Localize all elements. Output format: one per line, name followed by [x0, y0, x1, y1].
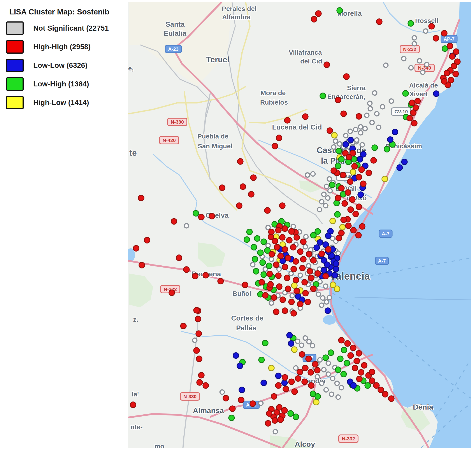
cluster-point-low-high[interactable]	[320, 93, 326, 99]
cluster-point-high-high[interactable]	[184, 267, 189, 273]
cluster-point-high-high[interactable]	[302, 379, 308, 385]
cluster-point-not-significant[interactable]	[328, 189, 332, 193]
cluster-point-not-significant[interactable]	[294, 366, 298, 370]
cluster-point-not-significant[interactable]	[336, 251, 340, 255]
cluster-point-high-high[interactable]	[302, 114, 308, 120]
cluster-point-high-high[interactable]	[301, 256, 306, 262]
cluster-point-high-high[interactable]	[273, 309, 279, 315]
cluster-point-high-high[interactable]	[197, 379, 202, 385]
cluster-point-not-significant[interactable]	[384, 63, 388, 67]
cluster-point-high-high[interactable]	[268, 229, 274, 235]
cluster-point-low-high[interactable]	[293, 414, 299, 420]
cluster-point-high-high[interactable]	[265, 420, 271, 426]
cluster-point-low-high[interactable]	[372, 145, 377, 151]
cluster-point-not-significant[interactable]	[320, 381, 324, 386]
cluster-point-high-high[interactable]	[271, 295, 277, 300]
cluster-point-high-high[interactable]	[339, 185, 344, 191]
cluster-point-not-significant[interactable]	[295, 339, 300, 344]
cluster-point-low-high[interactable]	[344, 360, 350, 366]
cluster-point-high-high[interactable]	[276, 405, 282, 410]
cluster-point-high-low[interactable]	[340, 224, 345, 230]
cluster-point-high-high[interactable]	[349, 197, 355, 202]
cluster-point-high-high[interactable]	[308, 370, 314, 375]
cluster-point-not-significant[interactable]	[330, 376, 335, 381]
cluster-point-not-significant[interactable]	[337, 142, 342, 146]
cluster-point-not-significant[interactable]	[306, 264, 311, 268]
cluster-point-low-low[interactable]	[282, 380, 287, 386]
cluster-point-low-high[interactable]	[341, 347, 347, 353]
cluster-point-low-low[interactable]	[325, 308, 331, 313]
cluster-point-high-high[interactable]	[139, 262, 145, 268]
cluster-point-low-high[interactable]	[408, 20, 414, 26]
cluster-point-high-high[interactable]	[275, 273, 281, 279]
cluster-point-low-high[interactable]	[328, 350, 334, 356]
cluster-point-not-significant[interactable]	[310, 344, 315, 348]
cluster-point-high-high[interactable]	[429, 23, 434, 29]
cluster-point-not-significant[interactable]	[298, 273, 302, 277]
cluster-point-not-significant[interactable]	[333, 139, 338, 143]
cluster-point-not-significant[interactable]	[323, 284, 328, 288]
cluster-point-high-high[interactable]	[291, 311, 296, 316]
cluster-point-high-high[interactable]	[169, 290, 175, 296]
cluster-point-high-high[interactable]	[345, 341, 350, 346]
cluster-point-high-high[interactable]	[171, 219, 177, 224]
cluster-point-high-high[interactable]	[194, 307, 199, 313]
cluster-point-high-high[interactable]	[291, 266, 296, 272]
cluster-point-not-significant[interactable]	[425, 62, 429, 67]
cluster-point-low-low[interactable]	[237, 363, 243, 369]
cluster-point-high-high[interactable]	[315, 367, 320, 373]
cluster-point-not-significant[interactable]	[251, 263, 255, 267]
cluster-point-high-high[interactable]	[378, 387, 384, 393]
cluster-point-not-significant[interactable]	[311, 172, 315, 176]
cluster-point-not-significant[interactable]	[326, 196, 330, 200]
cluster-point-high-high[interactable]	[181, 323, 186, 329]
cluster-point-high-low[interactable]	[350, 169, 356, 175]
cluster-point-high-high[interactable]	[290, 244, 296, 250]
cluster-point-high-high[interactable]	[352, 163, 357, 169]
cluster-point-not-significant[interactable]	[307, 339, 311, 344]
cluster-point-not-significant[interactable]	[412, 36, 416, 40]
cluster-point-high-high[interactable]	[411, 120, 417, 126]
cluster-point-not-significant[interactable]	[266, 243, 270, 248]
cluster-point-high-high[interactable]	[272, 238, 278, 244]
cluster-point-high-low[interactable]	[334, 286, 340, 292]
cluster-point-low-low[interactable]	[288, 341, 294, 346]
cluster-point-high-high[interactable]	[323, 273, 329, 279]
cluster-point-not-significant[interactable]	[303, 245, 308, 249]
cluster-point-not-significant[interactable]	[409, 66, 413, 70]
cluster-point-high-high[interactable]	[271, 394, 277, 399]
cluster-point-not-significant[interactable]	[316, 292, 321, 296]
cluster-point-high-high[interactable]	[354, 358, 360, 364]
cluster-point-high-high[interactable]	[250, 401, 256, 406]
cluster-point-low-low[interactable]	[333, 261, 339, 266]
cluster-point-high-high[interactable]	[433, 35, 439, 41]
cluster-point-high-high[interactable]	[352, 365, 358, 371]
cluster-point-high-high[interactable]	[389, 396, 394, 401]
cluster-point-not-significant[interactable]	[266, 225, 270, 230]
cluster-point-low-high[interactable]	[323, 355, 329, 360]
cluster-point-high-high[interactable]	[289, 379, 294, 385]
cluster-point-low-low[interactable]	[357, 156, 363, 162]
cluster-point-not-significant[interactable]	[336, 395, 340, 399]
cluster-point-not-significant[interactable]	[370, 120, 374, 125]
cluster-point-high-high[interactable]	[237, 159, 243, 164]
cluster-point-high-high[interactable]	[449, 53, 455, 59]
cluster-point-high-high[interactable]	[371, 158, 376, 163]
cluster-point-low-low[interactable]	[402, 159, 407, 165]
cluster-point-low-high[interactable]	[261, 239, 267, 245]
cluster-point-high-high[interactable]	[274, 244, 280, 250]
cluster-point-low-low[interactable]	[233, 353, 239, 358]
cluster-point-high-high[interactable]	[284, 118, 290, 123]
cluster-point-high-high[interactable]	[344, 74, 349, 80]
cluster-point-high-high[interactable]	[361, 363, 367, 368]
cluster-point-high-high[interactable]	[285, 286, 291, 292]
cluster-point-not-significant[interactable]	[220, 390, 224, 394]
cluster-point-high-high[interactable]	[335, 97, 341, 103]
cluster-point-high-low[interactable]	[382, 176, 388, 182]
cluster-point-not-significant[interactable]	[322, 192, 326, 196]
cluster-point-high-high[interactable]	[293, 259, 299, 264]
cluster-point-low-low[interactable]	[361, 151, 366, 157]
cluster-point-high-high[interactable]	[305, 299, 311, 305]
cluster-point-low-low[interactable]	[314, 245, 320, 251]
cluster-point-high-high[interactable]	[327, 128, 333, 133]
